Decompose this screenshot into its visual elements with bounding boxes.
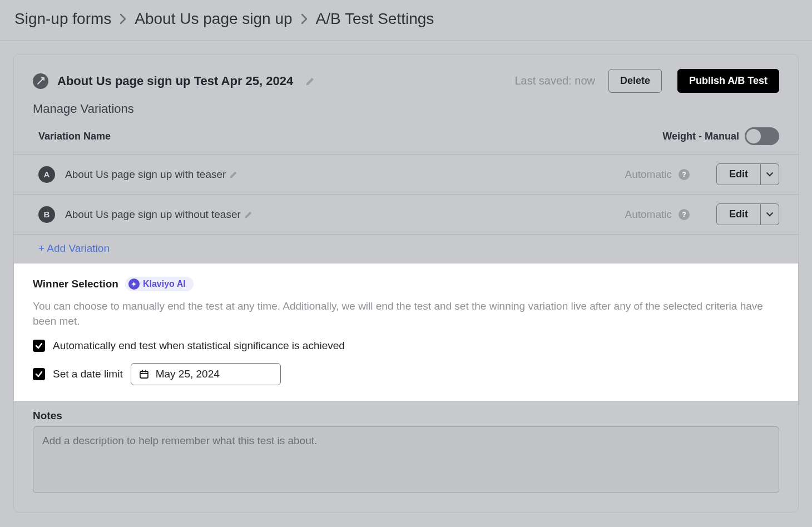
weight-mode: Automatic <box>625 168 672 181</box>
weight-mode: Automatic <box>625 208 672 221</box>
variations-header-row: Variation Name Weight - Manual <box>14 122 798 155</box>
calendar-icon <box>139 369 149 379</box>
last-saved: Last saved: now <box>514 74 595 87</box>
date-limit-checkbox[interactable] <box>33 368 45 380</box>
variation-row: A About Us page sign up with teaser Auto… <box>14 155 798 195</box>
breadcrumb-about-us[interactable]: About Us page sign up <box>135 10 292 28</box>
card-header: About Us page sign up Test Apr 25, 2024 … <box>14 54 798 96</box>
ai-badge-label: Klaviyo AI <box>143 279 186 289</box>
winner-description: You can choose to manually end the test … <box>33 299 779 329</box>
caret-down-icon <box>766 212 773 217</box>
variation-name: About Us page sign up with teaser <box>65 168 226 181</box>
variation-badge-b: B <box>38 206 55 223</box>
chevron-right-icon <box>119 13 127 24</box>
manage-variations-label: Manage Variations <box>14 96 798 122</box>
winner-selection-section: Winner Selection ✦ Klaviyo AI You can ch… <box>14 264 798 401</box>
date-limit-input[interactable]: May 25, 2024 <box>131 363 281 385</box>
col-variation-name: Variation Name <box>38 131 111 142</box>
sparkle-icon: ✦ <box>128 279 140 290</box>
col-weight-label: Weight - Manual <box>662 131 739 142</box>
chevron-right-icon <box>300 13 308 24</box>
edit-dropdown[interactable] <box>761 163 779 185</box>
check-icon <box>35 342 43 350</box>
winner-selection-title: Winner Selection <box>33 278 118 290</box>
test-title: About Us page sign up Test Apr 25, 2024 <box>57 74 293 88</box>
variation-name: About Us page sign up without teaser <box>65 208 241 221</box>
caret-down-icon <box>766 172 773 177</box>
date-limit-label: Set a date limit <box>53 368 123 380</box>
notes-label: Notes <box>33 410 779 422</box>
ab-test-icon <box>33 73 48 89</box>
edit-button[interactable]: Edit <box>716 163 761 185</box>
klaviyo-ai-badge: ✦ Klaviyo AI <box>125 277 194 291</box>
add-variation-link[interactable]: + Add Variation <box>14 235 798 264</box>
auto-end-checkbox[interactable] <box>33 340 45 352</box>
date-value: May 25, 2024 <box>156 368 220 380</box>
notes-textarea[interactable] <box>33 426 779 493</box>
help-icon[interactable]: ? <box>679 169 690 180</box>
pencil-icon[interactable] <box>244 210 253 219</box>
pencil-icon[interactable] <box>229 170 238 179</box>
help-icon[interactable]: ? <box>679 209 690 220</box>
pencil-icon[interactable] <box>305 76 315 86</box>
edit-dropdown[interactable] <box>761 203 779 225</box>
publish-button[interactable]: Publish A/B Test <box>677 69 779 93</box>
delete-button[interactable]: Delete <box>608 69 662 93</box>
variation-row: B About Us page sign up without teaser A… <box>14 195 798 235</box>
svg-rect-0 <box>140 371 148 378</box>
weight-toggle[interactable] <box>745 127 779 145</box>
breadcrumb-current: A/B Test Settings <box>316 10 434 28</box>
edit-button[interactable]: Edit <box>716 203 761 225</box>
auto-end-label: Automatically end test when statistical … <box>53 340 345 352</box>
variation-badge-a: A <box>38 166 55 183</box>
notes-section: Notes <box>14 401 798 512</box>
breadcrumb: Sign-up forms About Us page sign up A/B … <box>0 0 812 41</box>
breadcrumb-signup-forms[interactable]: Sign-up forms <box>14 10 111 28</box>
check-icon <box>35 370 43 378</box>
ab-test-card: About Us page sign up Test Apr 25, 2024 … <box>13 54 799 513</box>
